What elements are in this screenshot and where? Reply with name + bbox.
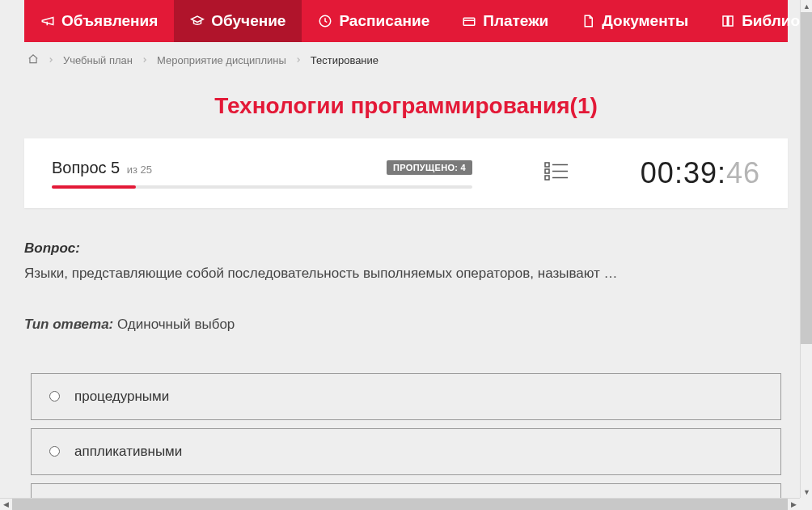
payment-icon (462, 14, 476, 28)
scroll-down-arrow[interactable]: ▼ (801, 486, 812, 498)
progress-fill (52, 185, 136, 189)
question-text: Языки, представляющие собой последовател… (24, 263, 788, 284)
option-label: процедурными (74, 389, 169, 405)
graduation-icon (190, 14, 205, 28)
scroll-up-arrow[interactable]: ▲ (801, 0, 812, 12)
answer-type-value: Одиночный выбор (117, 317, 235, 332)
scrollbar-corner (800, 498, 812, 510)
nav-item-schedule[interactable]: Расписание (302, 0, 446, 42)
timer-main: 00:39: (641, 156, 726, 189)
answer-type-label: Тип ответа: (24, 317, 113, 332)
question-heading: Вопрос: (24, 240, 788, 257)
radio-icon (49, 391, 60, 402)
option-label: аппликативными (74, 444, 182, 460)
svg-rect-6 (545, 176, 549, 180)
book-icon (721, 14, 735, 28)
question-of: из 25 (127, 164, 152, 176)
svg-rect-4 (545, 169, 549, 173)
question-number: Вопрос 5 (52, 159, 120, 176)
question-number-wrap: Вопрос 5 из 25 (52, 159, 152, 177)
timer: 00:39:46 (641, 156, 760, 190)
question-list-button[interactable] (512, 161, 601, 185)
nav-label: Документы (602, 12, 688, 30)
status-left: Вопрос 5 из 25 ПРОПУЩЕНО: 4 (52, 159, 472, 189)
progress-bar (52, 185, 472, 189)
nav-item-documents[interactable]: Документы (565, 0, 704, 42)
nav-item-library[interactable]: Библиотека (704, 0, 812, 42)
clock-icon (318, 14, 332, 28)
chevron-right-icon (294, 54, 302, 66)
home-icon[interactable] (27, 53, 39, 67)
status-card: Вопрос 5 из 25 ПРОПУЩЕНО: 4 00:39:46 (24, 138, 788, 208)
scroll-right-arrow[interactable]: ▶ (788, 499, 800, 511)
nav-item-learning[interactable]: Обучение (174, 0, 302, 42)
scrollbar-thumb[interactable] (12, 499, 788, 510)
vertical-scrollbar[interactable]: ▲ ▼ (800, 0, 812, 498)
chevron-right-icon (47, 54, 55, 66)
page-title: Технологии программирования(1) (0, 93, 812, 119)
breadcrumb-current: Тестирование (311, 54, 379, 66)
nav-item-payments[interactable]: Платежи (446, 0, 565, 42)
nav-label: Платежи (483, 12, 548, 30)
nav-label: Объявления (61, 12, 158, 30)
timer-seconds: 46 (726, 156, 760, 189)
scrollbar-track[interactable] (801, 12, 812, 486)
chevron-right-icon (141, 54, 149, 66)
option-2[interactable]: аппликативными (31, 428, 781, 475)
scroll-left-arrow[interactable]: ◀ (0, 499, 12, 511)
page-content: Объявления Обучение Расписание Платежи Д… (0, 0, 812, 498)
option-3[interactable]: объектно ориентированными (31, 483, 781, 499)
answer-type-row: Тип ответа: Одиночный выбор (24, 317, 788, 333)
horizontal-scrollbar[interactable]: ◀ ▶ (0, 498, 800, 510)
answer-options: процедурными аппликативными объектно ори… (24, 373, 788, 499)
question-block: Вопрос: Языки, представляющие собой посл… (24, 240, 788, 333)
document-icon (581, 14, 595, 28)
option-1[interactable]: процедурными (31, 373, 781, 420)
breadcrumb-link-event[interactable]: Мероприятие дисциплины (157, 54, 286, 66)
top-nav: Объявления Обучение Расписание Платежи Д… (24, 0, 788, 42)
scrollbar-track[interactable] (12, 499, 788, 510)
svg-rect-2 (545, 163, 549, 167)
nav-label: Обучение (211, 12, 285, 30)
question-row: Вопрос 5 из 25 ПРОПУЩЕНО: 4 (52, 159, 472, 177)
radio-icon (49, 446, 60, 457)
svg-rect-1 (463, 18, 475, 25)
breadcrumb: Учебный план Мероприятие дисциплины Тест… (0, 42, 812, 79)
list-icon (544, 161, 569, 185)
nav-label: Расписание (339, 12, 429, 30)
nav-item-announcements[interactable]: Объявления (24, 0, 174, 42)
scrollbar-thumb[interactable] (801, 12, 812, 344)
skipped-badge: ПРОПУЩЕНО: 4 (387, 160, 472, 175)
megaphone-icon (40, 14, 55, 28)
breadcrumb-link-plan[interactable]: Учебный план (63, 54, 133, 66)
